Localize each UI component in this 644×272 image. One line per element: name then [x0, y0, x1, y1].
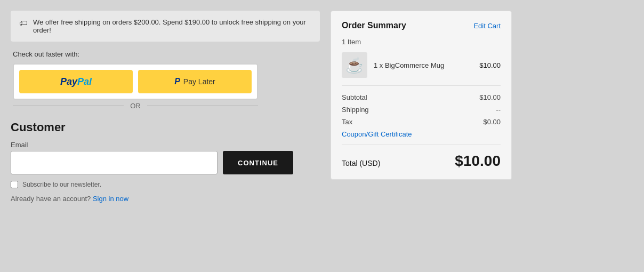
- customer-section: Customer Email CONTINUE Subscribe to our…: [11, 121, 320, 203]
- newsletter-row: Subscribe to our newsletter.: [11, 181, 320, 188]
- item-count: 1 Item: [342, 38, 501, 46]
- subtotal-value: $10.00: [479, 93, 501, 101]
- or-text: OR: [130, 102, 141, 110]
- shipping-value: --: [496, 106, 501, 114]
- shipping-banner-text: We offer free shipping on orders $200.00…: [33, 18, 311, 34]
- paylater-label: Pay Later: [183, 77, 215, 86]
- signin-row: Already have an account? Sign in now: [11, 195, 320, 203]
- total-label: Total (USD): [342, 159, 380, 167]
- summary-title: Order Summary: [342, 21, 406, 30]
- signin-prompt: Already have an account?: [11, 195, 91, 203]
- newsletter-checkbox[interactable]: [11, 181, 18, 188]
- order-summary: Order Summary Edit Cart 1 Item ☕ 1 x Big…: [331, 11, 512, 180]
- checkout-faster-label: Check out faster with:: [13, 50, 318, 58]
- total-amount: $10.00: [455, 153, 501, 170]
- shipping-row: Shipping --: [342, 106, 501, 114]
- paylater-p-icon: P: [174, 77, 180, 86]
- shipping-label: Shipping: [342, 106, 369, 114]
- total-row: Total (USD) $10.00: [342, 153, 501, 170]
- or-line-right: [147, 106, 258, 106]
- checkout-section: Check out faster with: PayPal P Pay Late…: [11, 50, 320, 112]
- shipping-banner: 🏷 We offer free shipping on orders $200.…: [11, 11, 320, 42]
- paypal-button[interactable]: PayPal: [19, 70, 133, 93]
- tag-icon: 🏷: [19, 19, 28, 28]
- tax-row: Tax $0.00: [342, 118, 501, 126]
- tax-value: $0.00: [483, 118, 501, 126]
- continue-button[interactable]: CONTINUE: [223, 151, 293, 174]
- coupon-link[interactable]: Coupon/Gift Certificate: [342, 130, 501, 138]
- or-line-left: [13, 106, 124, 106]
- item-name: 1 x BigCommerce Mug: [374, 61, 473, 69]
- paypal-buttons-wrapper: PayPal P Pay Later: [13, 63, 258, 100]
- or-divider: OR: [13, 102, 258, 110]
- signin-link[interactable]: Sign in now: [93, 195, 128, 203]
- email-row: CONTINUE: [11, 151, 293, 174]
- summary-rows: Subtotal $10.00 Shipping -- Tax $0.00 Co…: [342, 93, 501, 145]
- edit-cart-link[interactable]: Edit Cart: [473, 22, 501, 30]
- email-field-group: Email CONTINUE: [11, 141, 320, 174]
- summary-header: Order Summary Edit Cart: [342, 21, 501, 30]
- newsletter-label: Subscribe to our newsletter.: [22, 181, 101, 188]
- order-item: ☕ 1 x BigCommerce Mug $10.00: [342, 52, 501, 86]
- main-content: 🏷 We offer free shipping on orders $200.…: [11, 11, 320, 203]
- paypal-logo: PayPal: [60, 76, 92, 87]
- item-price: $10.00: [479, 61, 501, 69]
- email-input[interactable]: [11, 151, 218, 174]
- paylater-button[interactable]: P Pay Later: [138, 70, 252, 93]
- email-label: Email: [11, 141, 320, 149]
- tax-label: Tax: [342, 118, 352, 126]
- item-image: ☕: [342, 52, 367, 78]
- customer-title: Customer: [11, 121, 320, 134]
- mug-icon: ☕: [345, 57, 364, 74]
- subtotal-row: Subtotal $10.00: [342, 93, 501, 101]
- subtotal-label: Subtotal: [342, 93, 367, 101]
